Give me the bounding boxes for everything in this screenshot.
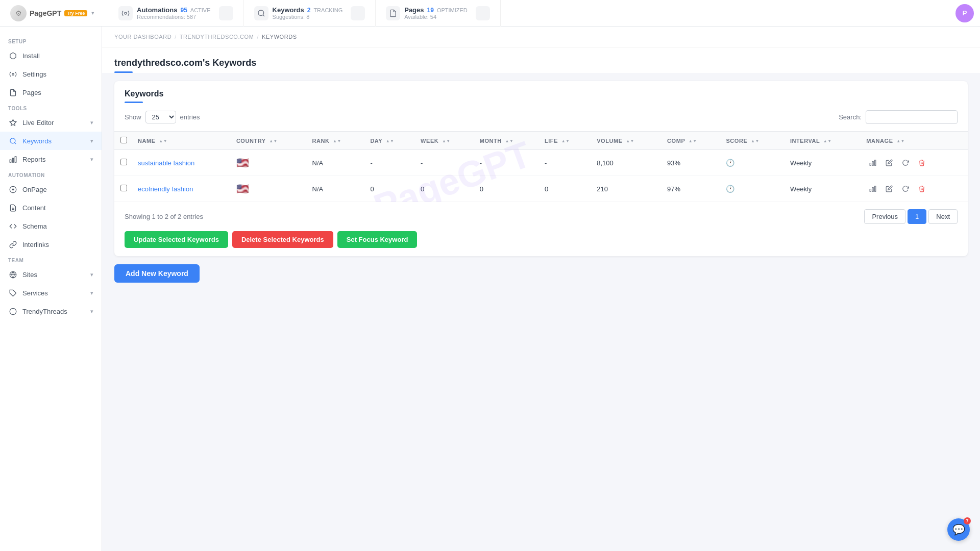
row-checkbox-0[interactable] xyxy=(120,159,127,165)
page-1-button[interactable]: 1 xyxy=(908,209,926,224)
svg-point-2 xyxy=(12,73,14,75)
breadcrumb-dashboard[interactable]: YOUR DASHBOARD xyxy=(114,34,172,40)
breadcrumb-current: KEYWORDS xyxy=(262,34,297,40)
chat-bubble[interactable]: 💬 7 xyxy=(947,518,970,541)
col-rank[interactable]: RANK ▲▼ xyxy=(307,132,365,150)
setup-section-label: SETUP xyxy=(0,35,102,46)
col-comp[interactable]: COMP ▲▼ xyxy=(662,132,721,150)
nav-pages[interactable]: Pages 19 OPTIMIZED Available: 54 xyxy=(376,0,501,27)
manage-edit-0[interactable] xyxy=(883,156,896,169)
col-name[interactable]: NAME ▲▼ xyxy=(133,132,231,150)
pagination: Previous 1 Next xyxy=(864,209,958,224)
col-day[interactable]: DAY ▲▼ xyxy=(365,132,415,150)
services-icon xyxy=(8,288,17,297)
col-manage[interactable]: MANAGE ▲▼ xyxy=(861,132,968,150)
table-wrapper: PageGPT NAME ▲▼ COUNTRY ▲▼ RANK ▲▼ DAY ▲… xyxy=(114,131,968,202)
sidebar-item-content[interactable]: Content xyxy=(0,198,102,217)
sidebar-item-pages[interactable]: Pages xyxy=(0,83,102,102)
automation-section-label: AUTOMATION xyxy=(0,168,102,180)
sidebar-item-trendythreads[interactable]: TrendyThreads ▾ xyxy=(0,302,102,320)
clock-icon: 🕐 xyxy=(726,159,734,167)
nav-keywords-title: Keywords xyxy=(273,6,304,14)
nav-automations[interactable]: Automations 95 ACTIVE Recommendations: 5… xyxy=(108,0,244,27)
delete-keywords-button[interactable]: Delete Selected Keywords xyxy=(232,231,333,248)
col-week[interactable]: WEEK ▲▼ xyxy=(415,132,475,150)
sidebar-item-reports[interactable]: Reports ▾ xyxy=(0,150,102,168)
update-keywords-button[interactable]: Update Selected Keywords xyxy=(125,231,228,248)
entries-select[interactable]: 10 25 50 100 xyxy=(145,111,176,123)
row-0-volume: 8,100 xyxy=(592,150,662,176)
breadcrumb-site[interactable]: TRENDYTHREDSCO.COM xyxy=(180,34,254,40)
logo-text: PageGPT xyxy=(30,9,61,17)
row-1-volume: 210 xyxy=(592,176,662,202)
settings-icon xyxy=(8,69,17,79)
row-0-checkbox xyxy=(114,150,133,176)
manage-chart-1[interactable] xyxy=(866,182,879,195)
svg-rect-20 xyxy=(870,163,871,166)
nav-automations-sub-value: 587 xyxy=(187,14,196,20)
search-input[interactable] xyxy=(866,110,958,124)
manage-edit-1[interactable] xyxy=(883,182,896,195)
select-all-checkbox[interactable] xyxy=(120,137,127,143)
col-life[interactable]: LIFE ▲▼ xyxy=(540,132,592,150)
manage-refresh-1[interactable] xyxy=(899,182,912,195)
col-score[interactable]: SCORE ▲▼ xyxy=(721,132,785,150)
focus-keyword-button[interactable]: Set Focus Keyword xyxy=(337,231,418,248)
reports-icon xyxy=(8,155,17,164)
svg-marker-3 xyxy=(10,119,16,126)
sidebar-item-sites[interactable]: Sites ▾ xyxy=(0,265,102,284)
manage-refresh-0[interactable] xyxy=(899,156,912,169)
action-buttons: Update Selected Keywords Delete Selected… xyxy=(114,231,968,256)
trendythreads-label: TrendyThreads xyxy=(22,308,67,315)
manage-chart-0[interactable] xyxy=(866,156,879,169)
automations-chart-icon xyxy=(219,6,233,20)
row-0-life: - xyxy=(540,150,592,176)
install-icon xyxy=(8,51,17,60)
tools-section-label: TOOLS xyxy=(0,102,102,113)
schema-icon xyxy=(8,221,17,231)
services-label: Services xyxy=(22,289,48,297)
sidebar-item-settings[interactable]: Settings xyxy=(0,65,102,83)
logo-area[interactable]: ⚙ PageGPT Try Free ▾ xyxy=(6,5,108,21)
table-row: ecofriendly fashion 🇺🇸 N/A 0 0 0 0 210 9… xyxy=(114,176,968,202)
logo-dropdown-icon[interactable]: ▾ xyxy=(91,10,94,16)
settings-label: Settings xyxy=(22,70,46,78)
col-month[interactable]: MONTH ▲▼ xyxy=(475,132,540,150)
sidebar-item-interlinks[interactable]: Interlinks xyxy=(0,235,102,254)
live-editor-label: Live Editor xyxy=(22,119,54,127)
keywords-sidebar-label: Keywords xyxy=(22,137,52,145)
svg-point-0 xyxy=(125,12,127,14)
sidebar-item-install[interactable]: Install xyxy=(0,46,102,65)
user-avatar[interactable]: P xyxy=(955,4,974,22)
col-volume[interactable]: VOLUME ▲▼ xyxy=(592,132,662,150)
next-button[interactable]: Next xyxy=(928,209,958,224)
title-underline xyxy=(114,71,133,73)
nav-pages-sub-value: 54 xyxy=(430,14,436,20)
row-checkbox-1[interactable] xyxy=(120,185,127,191)
trendythreads-chevron: ▾ xyxy=(90,308,93,315)
schema-label: Schema xyxy=(22,222,47,230)
live-editor-chevron: ▾ xyxy=(90,119,93,126)
live-editor-icon xyxy=(8,118,17,127)
sidebar-item-live-editor[interactable]: Live Editor ▾ xyxy=(0,113,102,132)
svg-line-5 xyxy=(14,142,16,144)
sidebar-item-keywords[interactable]: Keywords ▾ xyxy=(0,132,102,150)
sidebar-item-onpage[interactable]: OnPage xyxy=(0,180,102,198)
row-0-score: 🕐 xyxy=(721,150,785,176)
prev-button[interactable]: Previous xyxy=(864,209,905,224)
manage-delete-1[interactable] xyxy=(915,182,928,195)
nav-keywords[interactable]: Keywords 2 TRACKING Suggestions: 8 xyxy=(244,0,376,27)
manage-delete-0[interactable] xyxy=(915,156,928,169)
keywords-icon xyxy=(254,6,268,20)
page-title: trendythredsco.com's Keywords xyxy=(114,58,968,68)
nav-pages-badge: 19 xyxy=(427,7,434,14)
sidebar-item-services[interactable]: Services ▾ xyxy=(0,284,102,302)
nav-pages-badge-label: OPTIMIZED xyxy=(437,7,468,13)
breadcrumb-sep-2: / xyxy=(257,34,259,40)
add-keyword-button[interactable]: Add New Keyword xyxy=(114,264,200,283)
interlinks-icon xyxy=(8,240,17,249)
col-country[interactable]: COUNTRY ▲▼ xyxy=(231,132,307,150)
col-interval[interactable]: INTERVAL ▲▼ xyxy=(785,132,861,150)
show-label: Show xyxy=(125,113,141,121)
sidebar-item-schema[interactable]: Schema xyxy=(0,217,102,235)
